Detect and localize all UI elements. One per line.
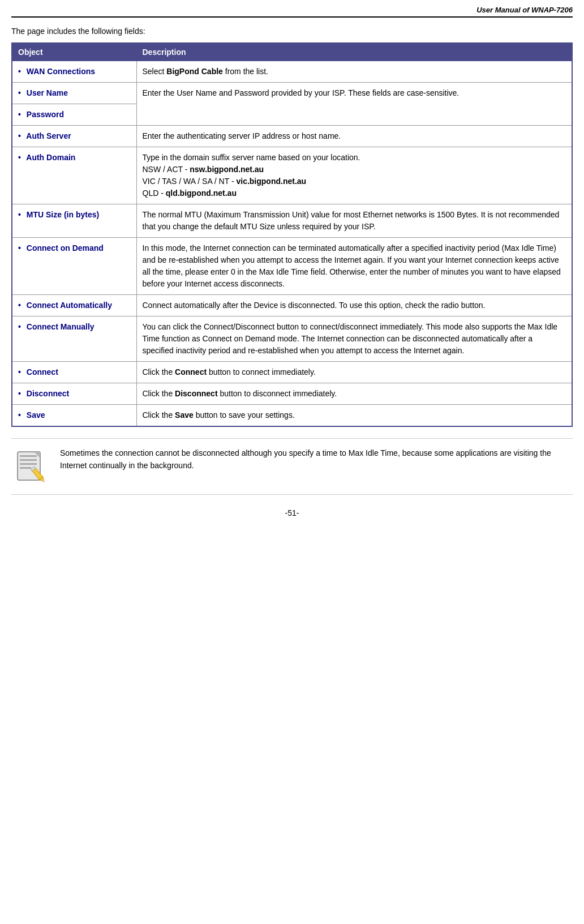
description-cell: You can click the Connect/Disconnect but… [136, 316, 572, 362]
table-row: • Disconnect Click the Disconnect button… [12, 383, 572, 405]
object-cell: • Connect on Demand [12, 238, 136, 295]
svg-rect-2 [20, 459, 37, 461]
object-cell: • Connect Automatically [12, 295, 136, 316]
col-header-object: Object [12, 43, 136, 61]
note-section: Sometimes the connection cannot be disco… [11, 438, 573, 495]
table-row: • Connect Click the Connect button to co… [12, 362, 572, 383]
page-footer: -51- [11, 508, 573, 517]
object-cell: • Password [12, 104, 136, 126]
object-label: WAN Connections [27, 67, 95, 76]
main-table: Object Description • WAN Connections Sel… [11, 42, 573, 427]
table-row: • MTU Size (in bytes) The normal MTU (Ma… [12, 204, 572, 238]
description-cell: Enter the authenticating server IP addre… [136, 126, 572, 147]
description-cell: Enter the User Name and Password provide… [136, 83, 572, 126]
object-label: Password [27, 110, 64, 119]
table-row: • Save Click the Save button to save you… [12, 405, 572, 427]
table-row: • Auth Server Enter the authenticating s… [12, 126, 572, 147]
description-cell: Click the Disconnect button to disconnec… [136, 383, 572, 405]
table-row: • WAN Connections Select BigPond Cable f… [12, 61, 572, 83]
table-row: • Connect Automatically Connect automati… [12, 295, 572, 316]
table-row: • User Name Enter the User Name and Pass… [12, 83, 572, 104]
object-cell: • Auth Domain [12, 147, 136, 204]
object-label: Connect Automatically [27, 301, 112, 310]
description-cell: In this mode, the Internet connection ca… [136, 238, 572, 295]
object-label: User Name [27, 88, 68, 97]
object-label: MTU Size (in bytes) [27, 210, 99, 219]
object-cell: • Connect Manually [12, 316, 136, 362]
object-label: Disconnect [27, 389, 69, 398]
object-label: Save [27, 410, 45, 420]
note-icon [11, 447, 51, 486]
intro-text: The page includes the following fields: [11, 27, 573, 36]
description-cell: Click the Connect button to connect imme… [136, 362, 572, 383]
object-label: Connect Manually [27, 322, 95, 331]
object-cell: • User Name [12, 83, 136, 104]
object-label: Connect [27, 367, 58, 377]
object-cell: • Auth Server [12, 126, 136, 147]
table-row: • Connect on Demand In this mode, the In… [12, 238, 572, 295]
svg-rect-4 [20, 467, 31, 469]
object-cell: • Save [12, 405, 136, 427]
svg-rect-3 [20, 463, 37, 465]
object-label: Auth Domain [26, 153, 75, 162]
svg-rect-1 [20, 455, 37, 457]
description-cell: Select BigPond Cable from the list. [136, 61, 572, 83]
object-cell: • Connect [12, 362, 136, 383]
col-header-description: Description [136, 43, 572, 61]
object-label: Connect on Demand [27, 243, 104, 253]
description-cell: The normal MTU (Maximum Transmission Uni… [136, 204, 572, 238]
description-cell: Connect automatically after the Device i… [136, 295, 572, 316]
table-row: • Auth Domain Type in the domain suffix … [12, 147, 572, 204]
page-header: User Manual of WNAP-7206 [11, 6, 573, 18]
note-text: Sometimes the connection cannot be disco… [60, 447, 573, 472]
object-cell: • WAN Connections [12, 61, 136, 83]
description-cell: Click the Save button to save your setti… [136, 405, 572, 427]
object-cell: • Disconnect [12, 383, 136, 405]
description-cell: Type in the domain suffix server name ba… [136, 147, 572, 204]
object-label: Auth Server [26, 131, 71, 140]
table-row: • Connect Manually You can click the Con… [12, 316, 572, 362]
object-cell: • MTU Size (in bytes) [12, 204, 136, 238]
